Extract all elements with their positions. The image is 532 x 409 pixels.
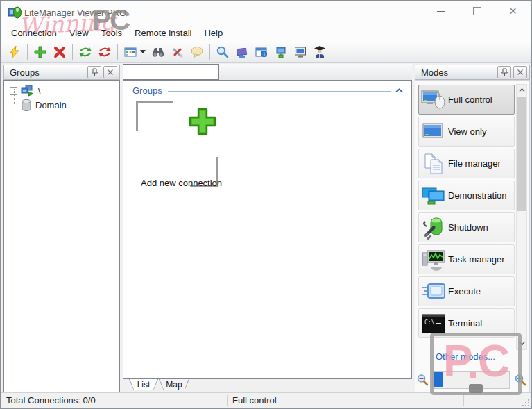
add-new-connection-label: Add new connection [141, 178, 222, 188]
menu-help[interactable]: Help [198, 26, 229, 40]
toolbar-separator [72, 44, 73, 60]
monitor-icon [419, 122, 448, 142]
tree-item-root[interactable]: \ [10, 85, 41, 97]
groups-panel-header: Groups [3, 65, 120, 80]
connection-group-icon [20, 85, 35, 97]
domain-database-icon [21, 99, 32, 112]
zoom-in-icon[interactable] [514, 374, 527, 387]
tree-item-label: Domain [35, 100, 67, 110]
scroll-up-icon[interactable] [517, 85, 526, 96]
close-icon [517, 69, 523, 75]
modes-panel: Full control View only File manager Demo… [415, 80, 530, 393]
toolbar [1, 41, 531, 63]
tab-map-label: Map [166, 380, 182, 390]
wizard-person-icon[interactable] [310, 43, 329, 61]
run-window-icon [419, 281, 448, 302]
mode-shutdown[interactable]: Shutdown [418, 212, 515, 242]
info-window-icon[interactable] [252, 43, 271, 61]
close-icon [108, 69, 113, 75]
group-section-title: Groups [132, 85, 162, 96]
pin-button[interactable] [497, 66, 511, 78]
tree-item-label: \ [38, 86, 41, 97]
menu-tools[interactable]: Tools [95, 26, 128, 40]
title-bar: LiteManager Viewer PRO ✕ [1, 1, 531, 24]
modes-panel-title: Modes [421, 67, 495, 78]
menu-connection[interactable]: Connection [5, 26, 63, 40]
statusbar-separator [227, 395, 228, 406]
collapse-chevron-icon[interactable] [395, 88, 403, 93]
delete-connection-icon[interactable] [50, 43, 69, 61]
panel-close-button[interactable] [103, 66, 117, 78]
chat-balloon-icon[interactable] [187, 43, 207, 61]
zoom-out-icon[interactable] [416, 374, 429, 387]
add-connection-icon[interactable] [31, 43, 50, 61]
mode-label: Terminal [448, 318, 482, 328]
scrollbar-thumb[interactable] [517, 97, 526, 211]
tab-list[interactable]: List [129, 379, 158, 390]
mode-file-manager[interactable]: File manager [418, 149, 515, 178]
zoom-slider-thumb[interactable] [434, 372, 443, 387]
pin-button[interactable] [87, 66, 101, 78]
resize-grip[interactable] [521, 398, 530, 407]
dropdown-arrow-icon[interactable] [140, 50, 146, 53]
refresh-green-icon[interactable] [76, 43, 95, 61]
zoom-slider[interactable] [432, 371, 510, 389]
scroll-down-icon[interactable] [517, 338, 526, 349]
minimize-button[interactable] [425, 1, 456, 22]
mode-demonstration[interactable]: Demonstration [418, 181, 515, 210]
magnifier-icon[interactable] [213, 43, 232, 61]
pin-icon [501, 68, 508, 76]
mode-label: Execute [448, 286, 481, 297]
modes-panel-header: Modes [415, 65, 530, 80]
mode-task-manager[interactable]: Task manager [418, 244, 515, 274]
minimize-icon [437, 11, 445, 12]
maximize-button[interactable] [461, 1, 492, 22]
groups-panel-title: Groups [10, 67, 85, 78]
mode-full-control[interactable]: Full control [418, 85, 515, 115]
monitor-mouse-icon [419, 90, 448, 110]
pin-icon [92, 68, 98, 76]
mode-view-only[interactable]: View only [418, 117, 515, 147]
tab-map[interactable]: Map [159, 379, 189, 390]
other-modes-link[interactable]: Other modes... [415, 351, 516, 362]
mode-label: Demonstration [448, 190, 507, 201]
statusbar-separator [463, 395, 464, 406]
tree-item-domain[interactable]: Domain [21, 99, 67, 112]
modes-scrollbar[interactable] [516, 84, 527, 350]
mode-execute[interactable]: Execute [418, 276, 515, 306]
documents-icon [419, 153, 448, 175]
mode-terminal[interactable]: C:\ Terminal [418, 308, 515, 338]
connections-area: Groups Add new connection [123, 80, 412, 379]
tree-expander[interactable] [10, 87, 17, 95]
window-title: LiteManager Viewer PRO [24, 8, 126, 18]
console-icon: C:\ [419, 313, 448, 334]
computer-connect-icon[interactable] [271, 43, 291, 61]
mode-label: File manager [448, 158, 501, 169]
network-map-icon[interactable] [232, 43, 252, 61]
app-icon [8, 6, 22, 19]
mode-label: Task manager [448, 254, 505, 265]
app-window: LiteManager Viewer PRO ✕ Connection View… [0, 0, 532, 409]
toolbar-separator [209, 44, 210, 60]
panel-close-button[interactable] [513, 66, 527, 78]
connection-tab[interactable] [123, 64, 219, 80]
close-button[interactable]: ✕ [497, 1, 529, 22]
groups-tree: \ Domain [3, 80, 120, 393]
maximize-icon [473, 7, 481, 15]
add-plus-icon [188, 107, 217, 136]
refresh-red-icon[interactable] [95, 43, 114, 61]
mode-label: Full control [448, 94, 492, 105]
menu-remote-install[interactable]: Remote install [128, 26, 198, 40]
connect-lightning-icon[interactable] [5, 43, 24, 61]
close-icon: ✕ [509, 6, 517, 16]
settings-tools-icon[interactable] [168, 43, 187, 61]
tab-list-label: List [137, 380, 151, 390]
menu-view[interactable]: View [63, 26, 95, 40]
toolbar-separator [27, 44, 28, 60]
search-binoculars-icon[interactable] [148, 43, 168, 61]
mode-label: Shutdown [448, 222, 488, 233]
toolbar-separator [117, 44, 118, 60]
view-mode-grid-icon[interactable] [121, 43, 140, 61]
remote-screen-icon[interactable] [291, 43, 310, 61]
total-connections-label: Total Connections: 0/0 [6, 395, 96, 406]
